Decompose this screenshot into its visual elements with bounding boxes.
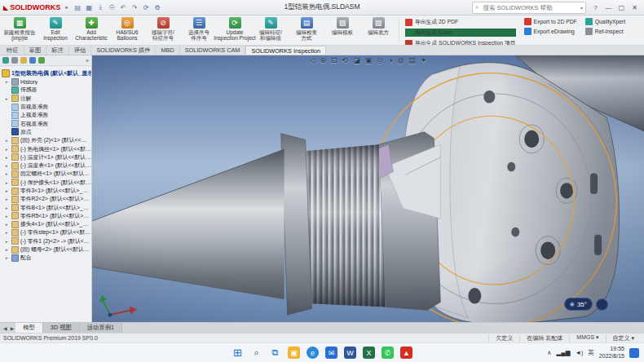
featuremanager-tab-icon[interactable]	[2, 57, 9, 64]
save-icon[interactable]: ⤓	[96, 3, 105, 12]
expander-icon[interactable]: ▸	[6, 196, 10, 201]
open-icon[interactable]: ▦	[85, 3, 94, 12]
tab-solidworks-addins[interactable]: SOLIDWORKS 插件	[91, 46, 156, 55]
expander-icon[interactable]: ▸	[6, 222, 10, 227]
expander-icon[interactable]: ▸	[6, 147, 10, 152]
tree-item[interactable]: ▸ 零件R5<1> (默认<<默认>_显示状态)	[2, 212, 91, 220]
apply-scene-icon[interactable]: ▤	[408, 56, 416, 64]
tree-item[interactable]: ▸ 零件R2<2> (默认<<默认>_显示状态)	[2, 195, 91, 203]
new-document-icon[interactable]: ▤	[73, 3, 82, 12]
word-icon[interactable]: W	[344, 347, 356, 359]
task-view-button[interactable]: ⧉	[269, 347, 281, 359]
chat-icon[interactable]: ✆	[382, 347, 394, 359]
model-tab[interactable]: 模型	[15, 323, 43, 333]
minimize-button[interactable]: —	[602, 2, 615, 13]
edit-template-button[interactable]: ▧ 编辑模板	[324, 16, 360, 44]
expander-icon[interactable]: ▸	[6, 155, 10, 160]
update-inspection-project-button[interactable]: ⟳ Update Inspection Project	[217, 16, 253, 44]
tree-item[interactable]: ▸ (-) 温度计<1> (默认<<默认>_显示状态)	[2, 153, 91, 161]
start-button[interactable]: ⊞	[232, 347, 244, 359]
tab-sketch[interactable]: 草图	[24, 46, 47, 55]
balloons-button[interactable]: ◎ HA6/SU6 Balloons	[109, 16, 145, 44]
notification-badge[interactable]	[629, 348, 639, 358]
view-settings-icon[interactable]: ✦	[421, 56, 427, 64]
tree-item[interactable]: ▸ (-) 温度表<1> (默认<<默认>_显示状态)	[2, 161, 91, 170]
file-explorer-icon[interactable]: ▣	[288, 347, 300, 359]
tabs-next-arrow[interactable]: ▶	[9, 323, 16, 333]
previous-view-icon[interactable]: ◁	[310, 56, 315, 64]
expander-icon[interactable]: ▸	[6, 180, 10, 185]
zoom-fit-icon[interactable]: ⊕	[320, 56, 327, 64]
volume-icon[interactable]: ◄)	[575, 349, 583, 356]
tab-solidworks-cam[interactable]: SOLIDWORKS CAM	[180, 46, 246, 55]
export-excel-button[interactable]: 导出生成 Excel	[405, 29, 516, 37]
under-defined-status[interactable]: 欠定义	[488, 334, 519, 342]
panel-expand-icon[interactable]: »	[86, 58, 89, 64]
dimxpertmanager-tab-icon[interactable]	[29, 57, 36, 64]
editing-status[interactable]: 在编辑 装配体	[519, 334, 569, 342]
expander-icon[interactable]: ▸	[6, 205, 10, 210]
expander-icon[interactable]: ▸	[6, 188, 10, 193]
expander-icon[interactable]: ▸	[6, 96, 10, 101]
redo-icon[interactable]: ↷	[130, 3, 139, 12]
expander-icon[interactable]: ▸	[6, 163, 10, 168]
tree-item[interactable]: ▸ 配合	[2, 254, 91, 262]
tree-item[interactable]: ▸ (-) 零件1 (2)<2> -> (默认<<默认>_显示状态)	[2, 237, 91, 245]
tree-item[interactable]: ▸ 固定螺栓<1> (默认<<默认>_显示状态)	[2, 170, 91, 178]
edit-appearance-icon[interactable]: ◍	[397, 56, 404, 64]
hide-show-icon[interactable]: ◑	[388, 56, 392, 64]
menu-expand-icon[interactable]: ▸	[64, 4, 70, 11]
tree-item[interactable]: ▸ (固) 外壳 (2)<1> (默认<<默认>_显示状态)	[2, 136, 91, 144]
expander-icon[interactable]: ▸	[6, 230, 10, 235]
viewport-canvas[interactable]	[92, 55, 644, 322]
select-balloons-button[interactable]: ☰ 选择序号 件序号	[181, 16, 217, 44]
tab-mbd[interactable]: MBD	[156, 46, 179, 55]
ref-inspect-button[interactable]: Ref-Inspect	[585, 28, 625, 35]
new-inspection-report-button[interactable]: ▦ 新建检查报告 (imp)te	[2, 16, 37, 44]
expander-icon[interactable]: ▸	[6, 239, 10, 244]
tab-solidworks-inspection[interactable]: SOLIDWORKS Inspection	[245, 46, 326, 55]
section-view-icon[interactable]: ◪	[353, 56, 360, 64]
undo-icon[interactable]: ↶	[119, 3, 128, 12]
edit-inspection-button[interactable]: ✎ Edit Inspection	[37, 16, 73, 44]
edit-misc-button[interactable]: ▨ 编辑底方	[360, 16, 396, 44]
remove-balloons-button[interactable]: ⊘ 移除字符/ 特征序号	[145, 16, 181, 44]
excel-icon[interactable]: X	[363, 347, 375, 359]
search-button[interactable]: ⌕	[250, 347, 262, 359]
motion-study-tab[interactable]: 运动算例1	[80, 323, 122, 333]
displaymanager-tab-icon[interactable]	[38, 57, 45, 64]
tree-root-item[interactable]: 1型铠装热电偶 (默认<默认_显示状态-1>)	[2, 68, 91, 77]
export-sw-inspection-button[interactable]: 导出生成 SOLIDWORKS Inspection 项目	[405, 39, 516, 46]
expander-icon[interactable]: ▸	[6, 214, 10, 219]
expander-icon[interactable]: ▸	[6, 138, 10, 143]
display-style-icon[interactable]: ◎	[377, 56, 383, 64]
tray-expand-icon[interactable]: ∧	[547, 349, 552, 356]
edit-characteristic-button[interactable]: ✎ 编辑特征/ 和编辑值	[253, 16, 289, 44]
units-selector[interactable]: MMGS ▾	[569, 334, 605, 342]
tree-item[interactable]: ▸ (固) 螺母<2> (默认<<默认>_显示状态)	[2, 245, 91, 254]
rotation-handle-icon[interactable]	[596, 298, 608, 311]
expander-icon[interactable]: ▸	[6, 79, 10, 84]
rotate-view-icon[interactable]: ⟲	[342, 56, 349, 64]
network-icon[interactable]: ▂▄▆	[557, 349, 571, 356]
propertymanager-tab-icon[interactable]	[11, 57, 18, 64]
tree-item[interactable]: ▸ 注解	[2, 95, 91, 103]
tree-item[interactable]: 传感器	[2, 86, 91, 94]
tree-item[interactable]: ▸ (-) 保护接头<1> (默认<<默认>_显示状态)	[2, 179, 91, 187]
expander-icon[interactable]: ▸	[6, 255, 10, 260]
options-icon[interactable]: ⚙	[153, 3, 162, 12]
custom-selector[interactable]: 自定义 ▾	[606, 334, 641, 342]
close-button[interactable]: ✕	[629, 2, 641, 13]
expander-icon[interactable]: ▸	[6, 247, 10, 252]
graphics-viewport[interactable]: ◁⊕⊡⟲◪▣◎◑◍▤✦ ◉ 35°	[92, 55, 644, 322]
rebuild-icon[interactable]: ⟳	[142, 3, 151, 12]
tab-annotation[interactable]: 标注	[46, 46, 69, 55]
solidworks-taskbar-icon[interactable]: ▲	[400, 347, 412, 359]
edit-inspection-method-button[interactable]: ▤ 编辑检查 方式	[289, 16, 324, 44]
maximize-button[interactable]: ▢	[615, 2, 628, 13]
tree-item[interactable]: ▸ History	[2, 77, 91, 86]
print-icon[interactable]: ⎙	[108, 3, 117, 12]
taskbar-clock[interactable]: 19:55 2022/8/15	[599, 346, 624, 359]
zoom-area-icon[interactable]: ⊡	[331, 56, 337, 64]
add-characteristic-button[interactable]: ✚ Add Characteristic	[73, 16, 109, 44]
